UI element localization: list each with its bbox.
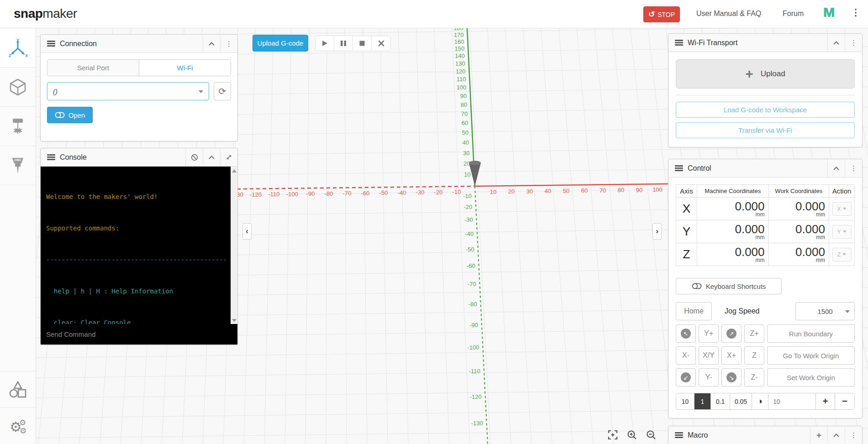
jog-xy-zero-button[interactable]: X/Y: [699, 346, 719, 365]
sidebar-item-settings[interactable]: ⚙ ⚙ ⚙: [0, 407, 36, 444]
open-connection-button[interactable]: Open: [47, 107, 93, 123]
sidebar-item-3dprint[interactable]: [0, 68, 36, 107]
collapse-panel-button[interactable]: [203, 35, 220, 52]
step-10-button[interactable]: 10: [676, 393, 694, 409]
jog-xy-minus-plus-button[interactable]: ↙: [676, 368, 696, 387]
collapse-right-panel-handle[interactable]: ›: [652, 223, 662, 240]
zoom-out-icon[interactable]: [646, 429, 657, 440]
svg-text:-80: -80: [325, 190, 333, 197]
collapse-panel-button[interactable]: [827, 159, 845, 177]
drag-handle-icon[interactable]: [47, 41, 55, 47]
zoom-fit-icon[interactable]: [607, 429, 618, 440]
home-button[interactable]: Home: [676, 302, 712, 320]
connection-tabs: Serial Port Wi-Fi: [47, 59, 231, 76]
axis-label: Y: [676, 220, 697, 243]
jog-speed-select[interactable]: 1500: [795, 302, 855, 320]
run-boundary-button[interactable]: Run Boundary: [767, 324, 855, 343]
wifi-device-select[interactable]: (): [47, 82, 209, 100]
set-work-origin-button[interactable]: Set Work Origin: [767, 368, 855, 387]
step-increase-button[interactable]: +: [816, 393, 835, 409]
console-panel-header: Console: [41, 148, 237, 167]
axis-action-dropdown[interactable]: X: [832, 202, 852, 216]
console-output[interactable]: Welcome to the makers' world! Supported …: [41, 167, 237, 325]
svg-text:-70: -70: [468, 281, 476, 287]
jog-y-minus-button[interactable]: Y-: [699, 368, 719, 387]
open-label: Open: [68, 111, 85, 119]
step-custom-toggle[interactable]: ◑: [752, 393, 768, 409]
col-header-work: Work Coordinates: [768, 185, 829, 198]
send-command-bar: [41, 324, 237, 345]
send-command-input[interactable]: [41, 324, 237, 345]
jog-z-minus-button[interactable]: Z-: [744, 368, 764, 387]
forum-link[interactable]: Forum: [783, 10, 804, 18]
sidebar-item-workspace[interactable]: Y Z X: [0, 28, 36, 68]
chevron-up-icon: [833, 434, 839, 437]
drag-handle-icon[interactable]: [675, 432, 683, 438]
axis-label: X: [676, 198, 697, 220]
drag-handle-icon[interactable]: [675, 165, 683, 171]
panel-menu-button[interactable]: ⋮: [220, 35, 237, 52]
load-gcode-workspace-button[interactable]: Load G-code to Workspace: [676, 102, 855, 118]
console-scrollbar[interactable]: [231, 167, 237, 325]
jog-xy-plus-plus-button[interactable]: ↗: [721, 324, 742, 343]
scroll-up-arrow-icon[interactable]: [232, 169, 237, 172]
stop-playback-button[interactable]: [353, 36, 372, 51]
control-panel-title: Control: [688, 164, 711, 172]
user-manual-link[interactable]: User Manual & FAQ: [696, 10, 761, 18]
sidebar-item-cnc[interactable]: CNC: [0, 146, 36, 185]
svg-text:-110: -110: [268, 191, 279, 198]
sidebar-item-laser[interactable]: [0, 107, 36, 146]
upload-file-button[interactable]: + Upload: [676, 59, 855, 89]
axis-action-dropdown[interactable]: Z: [832, 248, 852, 261]
transfer-via-wifi-button[interactable]: Transfer via Wi-Fi: [676, 122, 855, 138]
drag-handle-icon[interactable]: [675, 40, 683, 46]
jog-xy-minus-minus-button[interactable]: ↘: [721, 368, 742, 387]
jog-xy-plus-minus-button[interactable]: ↖: [676, 324, 696, 343]
svg-text:120: 120: [456, 68, 466, 75]
axis-label: Z: [676, 243, 697, 266]
play-icon: [321, 40, 328, 47]
action-axis-label: X: [837, 206, 841, 212]
custom-step-input[interactable]: [768, 398, 815, 405]
collapse-panel-button[interactable]: [827, 34, 845, 52]
jog-x-plus-button[interactable]: X+: [721, 346, 742, 365]
expand-console-button[interactable]: [220, 148, 237, 166]
close-gcode-button[interactable]: [372, 36, 390, 51]
jog-x-minus-button[interactable]: X-: [676, 346, 696, 365]
panel-menu-button[interactable]: ⋮: [845, 159, 862, 177]
go-to-work-origin-button[interactable]: Go To Work Origin: [767, 346, 855, 365]
play-button[interactable]: [316, 36, 334, 51]
stop-button[interactable]: ↺ STOP: [643, 6, 680, 22]
cnc-icon: CNC: [8, 156, 28, 176]
step-0.1-button[interactable]: 0.1: [711, 393, 730, 409]
step-decrease-button[interactable]: −: [835, 393, 854, 409]
panel-menu-button[interactable]: ⋮: [845, 34, 862, 52]
makerbase-avatar[interactable]: M: [821, 5, 836, 23]
step-0.05-button[interactable]: 0.05: [730, 393, 752, 409]
keyboard-shortcuts-toggle[interactable]: Keyboard Shortcuts: [676, 278, 782, 294]
svg-text:170: 170: [454, 31, 464, 38]
axis-action-dropdown[interactable]: Y: [832, 225, 852, 239]
upload-gcode-button[interactable]: Upload G-code: [253, 35, 308, 52]
jog-z-zero-button[interactable]: Z: [744, 346, 764, 365]
tab-wifi[interactable]: Wi-Fi: [139, 60, 231, 76]
clear-console-button[interactable]: [185, 148, 203, 166]
scroll-down-arrow-icon[interactable]: [232, 319, 237, 322]
drag-handle-icon[interactable]: [47, 154, 55, 160]
jog-z-plus-button[interactable]: Z+: [744, 324, 764, 343]
refresh-devices-button[interactable]: ⟳: [214, 82, 231, 100]
kebab-menu-icon[interactable]: ⋮: [850, 7, 861, 18]
add-macro-button[interactable]: +: [810, 426, 827, 444]
zoom-in-icon[interactable]: [626, 429, 637, 440]
jog-y-plus-button[interactable]: Y+: [699, 324, 719, 343]
svg-text:CNC: CNC: [14, 158, 21, 162]
collapse-panel-button[interactable]: [203, 148, 220, 166]
step-1-button[interactable]: 1: [694, 393, 711, 409]
tab-serial-port[interactable]: Serial Port: [47, 60, 139, 76]
panel-menu-button[interactable]: ⋮: [845, 426, 862, 444]
pause-button[interactable]: [334, 36, 353, 51]
svg-text:-60: -60: [361, 190, 370, 197]
sidebar-item-shapes[interactable]: [0, 371, 36, 407]
collapse-left-panel-handle[interactable]: ‹: [242, 223, 252, 240]
collapse-panel-button[interactable]: [827, 426, 845, 444]
